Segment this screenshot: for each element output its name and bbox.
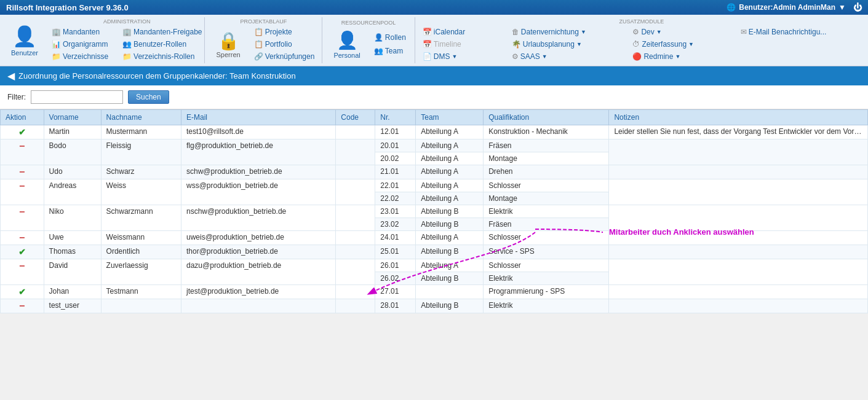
ribbon-organigramm[interactable]: 📊 Organigramm xyxy=(49,39,111,50)
ribbon-verknuepfungen[interactable]: 🔗 Verknüpfungen xyxy=(252,51,317,62)
vorname-cell: test_user xyxy=(44,299,101,313)
col-email: E-Mail xyxy=(181,110,336,125)
code-cell xyxy=(336,205,375,231)
email-cell: dazu@produktion_betrieb.de xyxy=(181,259,336,285)
ribbon-datenvernichtung[interactable]: 🗑 Datenvernichtung ▼ xyxy=(509,26,623,37)
table-row[interactable]: ✔ Johan Testmann jtest@produktion_betrie… xyxy=(1,285,868,299)
ribbon-verzeichnis-rollen[interactable]: 📁 Verzeichnis-Rollen xyxy=(120,51,204,62)
search-button[interactable]: Suchen xyxy=(128,90,169,104)
ribbon-ressourcenpool: RESSOURCENPOOL 👤 Personal 👤 Rollen 👥 Tea… xyxy=(322,17,415,63)
ribbon-verzeichnisse[interactable]: 📁 Verzeichnisse xyxy=(49,51,111,62)
col-code: Code xyxy=(336,110,375,125)
ribbon-saas[interactable]: ⚙ SAAS ▼ xyxy=(509,51,623,62)
vorname-cell: David xyxy=(44,259,101,285)
code-cell xyxy=(336,179,375,205)
notizen-cell xyxy=(609,205,868,231)
nachname-cell: Zuverlaessig xyxy=(101,259,181,285)
table-row[interactable]: − Udo Schwarz schw@produktion_betrieb.de… xyxy=(1,165,868,179)
benutzer-icon: 👤 xyxy=(12,25,37,48)
nr-cell: 23.01 xyxy=(375,205,416,218)
qualifikation-cell: Montage xyxy=(484,192,609,205)
ribbon-timeline[interactable]: 📅 Timeline xyxy=(420,39,502,50)
vorname-cell: Uwe xyxy=(44,231,101,245)
table-row[interactable]: − Bodo Fleissig flg@produktion_betrieb.d… xyxy=(1,139,868,152)
ribbon-mandanten-freigabe[interactable]: 🏢 Mandanten-Freigabe xyxy=(120,26,204,37)
sperren-button[interactable]: 🔒 Sperren xyxy=(210,28,246,61)
data-table: Aktion Vorname Nachname E-Mail Code Nr. … xyxy=(0,109,868,313)
ribbon-team[interactable]: 👥 Team xyxy=(372,45,408,57)
datenvernichtung-icon: 🗑 xyxy=(512,28,519,36)
qualifikation-cell: Schlosser xyxy=(484,259,609,272)
team-cell: Abteilung B xyxy=(416,299,484,313)
table-row[interactable]: − David Zuverlaessig dazu@produktion_bet… xyxy=(1,259,868,272)
ribbon-benutzer[interactable]: 👤 Benutzer xyxy=(6,22,43,59)
power-icon[interactable]: ⏻ xyxy=(853,2,862,12)
ribbon-dms[interactable]: 📄 DMS ▼ xyxy=(420,51,502,62)
user-dropdown-icon[interactable]: ▼ xyxy=(838,3,846,12)
mandanten-freigabe-icon: 🏢 xyxy=(122,28,132,36)
back-button[interactable]: ◀ xyxy=(7,70,15,82)
aktion-cell: − xyxy=(1,165,44,179)
filter-input[interactable] xyxy=(31,90,123,104)
ribbon-icalendar[interactable]: 📅 iCalendar xyxy=(420,26,502,37)
vorname-cell: Bodo xyxy=(44,139,101,165)
nr-cell: 25.01 xyxy=(375,245,416,259)
table-row[interactable]: ✔ Thomas Ordentlich thor@produktion_betr… xyxy=(1,245,868,259)
table-row[interactable]: − test_user 28.01 Abteilung B Elektrik xyxy=(1,299,868,313)
table-row[interactable]: − Uwe Weissmann uweis@produktion_betrieb… xyxy=(1,231,868,245)
ribbon-urlaubsplanung[interactable]: 🌴 Urlaubsplanung ▼ xyxy=(509,39,623,50)
code-cell xyxy=(336,245,375,259)
email-cell: jtest@produktion_betrieb.de xyxy=(181,285,336,299)
team-cell xyxy=(416,285,484,299)
vorname-cell: Udo xyxy=(44,165,101,179)
urlaubsplanung-icon: 🌴 xyxy=(512,40,521,49)
vorname-cell: Johan xyxy=(44,285,101,299)
nr-cell: 27.01 xyxy=(375,285,416,299)
ribbon-email[interactable]: ✉ E-Mail Benachrichtigu... xyxy=(738,26,863,37)
projekte-icon: 📋 xyxy=(254,28,263,36)
notizen-cell xyxy=(609,179,868,205)
table-row[interactable]: − Niko Schwarzmann nschw@produktion_betr… xyxy=(1,205,868,218)
benutzer-label: Benutzer xyxy=(11,49,38,57)
email-cell: flg@produktion_betrieb.de xyxy=(181,139,336,165)
ribbon-rollen[interactable]: 👤 Rollen xyxy=(372,32,408,43)
user-icon: 🌐 xyxy=(727,3,736,12)
data-table-wrapper: Aktion Vorname Nachname E-Mail Code Nr. … xyxy=(0,109,868,313)
aktion-cell: ✔ xyxy=(1,245,44,259)
notizen-cell xyxy=(609,231,868,245)
ribbon-mandanten[interactable]: 🏢 Mandanten xyxy=(49,26,111,37)
admin-section-title: ADMINISTRATION xyxy=(49,18,204,25)
table-row[interactable]: − Andreas Weiss wss@produktion_betrieb.d… xyxy=(1,179,868,192)
qualifikation-cell: Montage xyxy=(484,152,609,165)
table-row[interactable]: ✔ Martin Mustermann test10@rillsoft.de 1… xyxy=(1,125,868,139)
qualifikation-cell: Schlosser xyxy=(484,231,609,245)
aktion-cell: ✔ xyxy=(1,125,44,139)
check-icon: ✔ xyxy=(18,247,26,257)
dash-icon: − xyxy=(19,181,25,191)
team-cell: Abteilung B xyxy=(416,272,484,285)
ribbon-projekte[interactable]: 📋 Projekte xyxy=(252,26,317,37)
team-cell: Abteilung A xyxy=(416,139,484,152)
nr-cell: 20.02 xyxy=(375,152,416,165)
code-cell xyxy=(336,139,375,165)
team-cell: Abteilung B xyxy=(416,218,484,231)
aktion-cell: − xyxy=(1,179,44,205)
dash-icon: − xyxy=(19,261,25,271)
ribbon-zeiterfassung[interactable]: ⏱ Zeiterfassung ▼ xyxy=(630,39,730,50)
dms-icon: 📄 xyxy=(423,52,432,61)
ribbon-benutzer-rollen[interactable]: 👥 Benutzer-Rollen xyxy=(120,39,204,50)
ribbon-redmine[interactable]: 🔴 Redmine ▼ xyxy=(630,51,730,62)
col-qualifikation: Qualifikation xyxy=(484,110,609,125)
page-title: Zuordnung die Personalressourcen dem Gru… xyxy=(18,71,296,80)
qualifikation-cell: Elektrik xyxy=(484,272,609,285)
aktion-cell: − xyxy=(1,259,44,285)
lock-icon: 🔒 xyxy=(218,31,239,51)
ribbon-portfolio[interactable]: 📋 Portfolio xyxy=(252,39,317,50)
code-cell xyxy=(336,125,375,139)
ribbon-personal[interactable]: 👤 Personal xyxy=(328,28,365,61)
code-cell xyxy=(336,259,375,285)
ribbon-dev[interactable]: ⚙ Dev ▼ xyxy=(630,26,730,37)
aktion-cell: − xyxy=(1,205,44,231)
aktion-cell: ✔ xyxy=(1,285,44,299)
filter-label: Filter: xyxy=(7,93,26,101)
